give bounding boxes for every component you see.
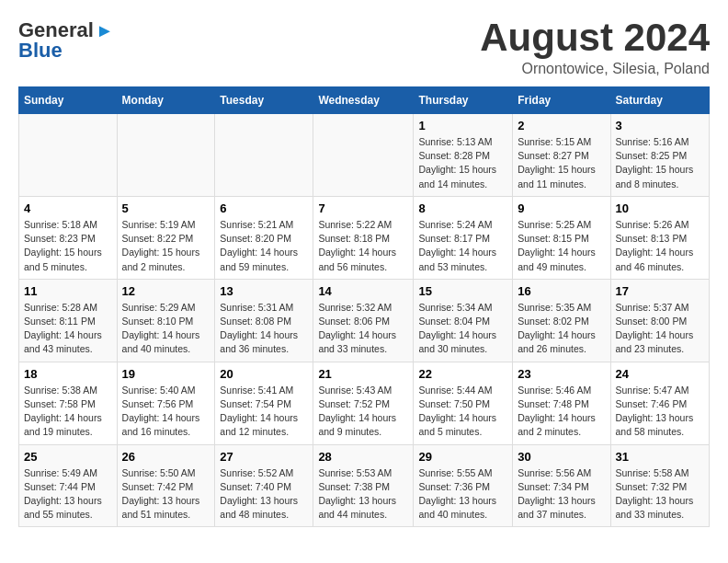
day-info: Sunrise: 5:21 AM Sunset: 8:20 PM Dayligh…	[220, 218, 308, 274]
logo: General ► Blue	[18, 18, 114, 63]
day-number: 18	[24, 367, 112, 381]
calendar-cell: 13Sunrise: 5:31 AM Sunset: 8:08 PM Dayli…	[215, 279, 313, 362]
calendar-cell: 26Sunrise: 5:50 AM Sunset: 7:42 PM Dayli…	[117, 444, 215, 527]
location-subtitle: Ornontowice, Silesia, Poland	[480, 61, 710, 77]
day-number: 17	[616, 284, 705, 298]
day-info: Sunrise: 5:16 AM Sunset: 8:25 PM Dayligh…	[616, 135, 705, 191]
calendar-cell: 6Sunrise: 5:21 AM Sunset: 8:20 PM Daylig…	[215, 196, 313, 279]
day-info: Sunrise: 5:35 AM Sunset: 8:02 PM Dayligh…	[518, 301, 605, 357]
day-number: 15	[418, 284, 507, 298]
calendar-cell: 15Sunrise: 5:34 AM Sunset: 8:04 PM Dayli…	[414, 279, 513, 362]
day-number: 11	[24, 284, 112, 298]
day-number: 20	[220, 367, 308, 381]
day-info: Sunrise: 5:32 AM Sunset: 8:06 PM Dayligh…	[318, 301, 408, 357]
calendar-cell: 1Sunrise: 5:13 AM Sunset: 8:28 PM Daylig…	[414, 114, 513, 197]
month-year-title: August 2024	[480, 18, 710, 57]
day-info: Sunrise: 5:25 AM Sunset: 8:15 PM Dayligh…	[518, 218, 605, 274]
day-info: Sunrise: 5:37 AM Sunset: 8:00 PM Dayligh…	[616, 301, 705, 357]
day-info: Sunrise: 5:41 AM Sunset: 7:54 PM Dayligh…	[220, 384, 308, 440]
day-number: 9	[518, 201, 605, 215]
day-number: 14	[318, 284, 408, 298]
day-number: 1	[418, 119, 507, 132]
calendar-cell: 17Sunrise: 5:37 AM Sunset: 8:00 PM Dayli…	[610, 279, 710, 362]
calendar-week-row: 25Sunrise: 5:49 AM Sunset: 7:44 PM Dayli…	[19, 444, 710, 527]
day-info: Sunrise: 5:22 AM Sunset: 8:18 PM Dayligh…	[318, 218, 408, 274]
day-number: 6	[220, 201, 308, 215]
col-wednesday: Wednesday	[313, 87, 414, 114]
day-info: Sunrise: 5:26 AM Sunset: 8:13 PM Dayligh…	[616, 218, 705, 274]
calendar-cell: 12Sunrise: 5:29 AM Sunset: 8:10 PM Dayli…	[117, 279, 215, 362]
calendar-cell: 29Sunrise: 5:55 AM Sunset: 7:36 PM Dayli…	[414, 444, 513, 527]
title-section: August 2024 Ornontowice, Silesia, Poland	[480, 18, 710, 77]
logo-blue: Blue	[18, 39, 114, 63]
day-info: Sunrise: 5:15 AM Sunset: 8:27 PM Dayligh…	[518, 135, 605, 191]
day-info: Sunrise: 5:38 AM Sunset: 7:58 PM Dayligh…	[24, 384, 112, 440]
calendar-cell: 14Sunrise: 5:32 AM Sunset: 8:06 PM Dayli…	[313, 279, 414, 362]
calendar-week-row: 11Sunrise: 5:28 AM Sunset: 8:11 PM Dayli…	[19, 279, 710, 362]
page-container: General ► Blue August 2024 Ornontowice, …	[0, 0, 728, 536]
col-monday: Monday	[117, 87, 215, 114]
calendar-cell: 19Sunrise: 5:40 AM Sunset: 7:56 PM Dayli…	[117, 362, 215, 444]
day-info: Sunrise: 5:55 AM Sunset: 7:36 PM Dayligh…	[418, 466, 507, 523]
calendar-cell: 4Sunrise: 5:18 AM Sunset: 8:23 PM Daylig…	[19, 196, 118, 279]
calendar-cell	[117, 114, 215, 197]
col-thursday: Thursday	[414, 87, 513, 114]
day-info: Sunrise: 5:53 AM Sunset: 7:38 PM Dayligh…	[318, 466, 408, 523]
day-info: Sunrise: 5:56 AM Sunset: 7:34 PM Dayligh…	[518, 466, 605, 523]
day-info: Sunrise: 5:58 AM Sunset: 7:32 PM Dayligh…	[616, 466, 705, 523]
calendar-table: Sunday Monday Tuesday Wednesday Thursday…	[18, 86, 710, 527]
col-tuesday: Tuesday	[215, 87, 313, 114]
calendar-cell: 9Sunrise: 5:25 AM Sunset: 8:15 PM Daylig…	[513, 196, 610, 279]
day-info: Sunrise: 5:47 AM Sunset: 7:46 PM Dayligh…	[616, 384, 705, 440]
day-number: 30	[518, 450, 605, 464]
day-info: Sunrise: 5:43 AM Sunset: 7:52 PM Dayligh…	[318, 384, 408, 440]
header: General ► Blue August 2024 Ornontowice, …	[18, 18, 710, 77]
col-saturday: Saturday	[610, 87, 710, 114]
calendar-cell: 27Sunrise: 5:52 AM Sunset: 7:40 PM Dayli…	[215, 444, 313, 527]
day-number: 27	[220, 450, 308, 464]
day-number: 7	[318, 201, 408, 215]
calendar-cell: 7Sunrise: 5:22 AM Sunset: 8:18 PM Daylig…	[313, 196, 414, 279]
col-friday: Friday	[513, 87, 610, 114]
calendar-cell: 25Sunrise: 5:49 AM Sunset: 7:44 PM Dayli…	[19, 444, 118, 527]
calendar-header-row: Sunday Monday Tuesday Wednesday Thursday…	[19, 87, 710, 114]
day-number: 19	[122, 367, 210, 381]
calendar-week-row: 1Sunrise: 5:13 AM Sunset: 8:28 PM Daylig…	[19, 114, 710, 197]
calendar-cell: 23Sunrise: 5:46 AM Sunset: 7:48 PM Dayli…	[513, 362, 610, 444]
col-sunday: Sunday	[19, 87, 118, 114]
day-number: 5	[122, 201, 210, 215]
day-number: 21	[318, 367, 408, 381]
calendar-cell: 21Sunrise: 5:43 AM Sunset: 7:52 PM Dayli…	[313, 362, 414, 444]
day-info: Sunrise: 5:24 AM Sunset: 8:17 PM Dayligh…	[418, 218, 507, 274]
calendar-week-row: 18Sunrise: 5:38 AM Sunset: 7:58 PM Dayli…	[19, 362, 710, 444]
calendar-cell: 8Sunrise: 5:24 AM Sunset: 8:17 PM Daylig…	[414, 196, 513, 279]
day-info: Sunrise: 5:52 AM Sunset: 7:40 PM Dayligh…	[220, 466, 308, 523]
day-number: 26	[122, 450, 210, 464]
day-number: 24	[616, 367, 705, 381]
day-info: Sunrise: 5:49 AM Sunset: 7:44 PM Dayligh…	[24, 466, 112, 523]
day-number: 12	[122, 284, 210, 298]
day-info: Sunrise: 5:40 AM Sunset: 7:56 PM Dayligh…	[122, 384, 210, 440]
calendar-week-row: 4Sunrise: 5:18 AM Sunset: 8:23 PM Daylig…	[19, 196, 710, 279]
day-number: 10	[616, 201, 705, 215]
day-info: Sunrise: 5:44 AM Sunset: 7:50 PM Dayligh…	[418, 384, 507, 440]
day-number: 4	[24, 201, 112, 215]
day-number: 2	[518, 119, 605, 132]
calendar-cell: 22Sunrise: 5:44 AM Sunset: 7:50 PM Dayli…	[414, 362, 513, 444]
calendar-cell	[19, 114, 118, 197]
calendar-cell	[313, 114, 414, 197]
day-number: 28	[318, 450, 408, 464]
calendar-cell: 5Sunrise: 5:19 AM Sunset: 8:22 PM Daylig…	[117, 196, 215, 279]
day-info: Sunrise: 5:34 AM Sunset: 8:04 PM Dayligh…	[418, 301, 507, 357]
day-info: Sunrise: 5:50 AM Sunset: 7:42 PM Dayligh…	[122, 466, 210, 523]
day-number: 16	[518, 284, 605, 298]
calendar-cell: 30Sunrise: 5:56 AM Sunset: 7:34 PM Dayli…	[513, 444, 610, 527]
calendar-cell: 16Sunrise: 5:35 AM Sunset: 8:02 PM Dayli…	[513, 279, 610, 362]
calendar-cell: 28Sunrise: 5:53 AM Sunset: 7:38 PM Dayli…	[313, 444, 414, 527]
calendar-cell: 10Sunrise: 5:26 AM Sunset: 8:13 PM Dayli…	[610, 196, 710, 279]
calendar-cell: 24Sunrise: 5:47 AM Sunset: 7:46 PM Dayli…	[610, 362, 710, 444]
day-number: 13	[220, 284, 308, 298]
day-number: 8	[418, 201, 507, 215]
calendar-cell: 18Sunrise: 5:38 AM Sunset: 7:58 PM Dayli…	[19, 362, 118, 444]
day-info: Sunrise: 5:19 AM Sunset: 8:22 PM Dayligh…	[122, 218, 210, 274]
